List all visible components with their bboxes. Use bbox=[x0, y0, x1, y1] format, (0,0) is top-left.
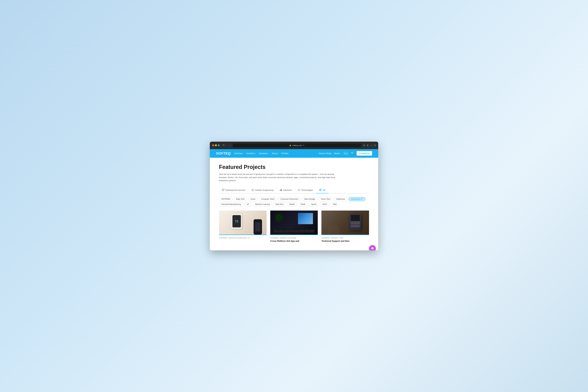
tag-iot[interactable]: IoT bbox=[244, 202, 252, 206]
primary-nav-links: Services ▾ Solutions ▾ Industries ▾ Abou… bbox=[234, 152, 318, 154]
project-card-info-3: embedded • hardware • retail Technical S… bbox=[322, 235, 369, 244]
lock-icon: 🔒 bbox=[289, 144, 292, 146]
site-navigation: SOFTEQ Services ▾ Solutions ▾ Industries… bbox=[210, 149, 378, 158]
svg-rect-8 bbox=[282, 189, 282, 191]
globe-icon bbox=[319, 189, 322, 192]
chevron-down-icon: ▾ bbox=[255, 153, 256, 154]
project-card-image-3 bbox=[322, 210, 369, 235]
svg-rect-4 bbox=[252, 189, 254, 190]
tag-ar-vr-mr[interactable]: AR/VR/MR bbox=[219, 197, 232, 201]
nav-media[interactable]: Media ▾ bbox=[334, 152, 340, 154]
contact-us-button[interactable]: Contact Us bbox=[357, 151, 372, 156]
project-card-3[interactable]: embedded • hardware • retail Technical S… bbox=[322, 210, 369, 244]
tech-icon bbox=[298, 189, 300, 192]
language-selector[interactable]: En ▾ bbox=[343, 152, 349, 155]
reload-button[interactable]: ↻ bbox=[303, 144, 304, 146]
browser-traffic-lights bbox=[212, 144, 220, 146]
browser-action-buttons: ⬇ ⬆ ＋ ⧉ bbox=[363, 144, 376, 147]
tab-industries[interactable]: Industries bbox=[276, 187, 295, 193]
address-bar[interactable]: 🔒 softeq.com ↻ bbox=[232, 144, 361, 147]
tag-computer-vision[interactable]: Computer Vision bbox=[259, 197, 277, 201]
tag-automotive-iot[interactable]: Automotive IoT bbox=[348, 197, 366, 201]
svg-rect-7 bbox=[281, 190, 281, 191]
tag-industrial-manufacturing[interactable]: Industrial Manufacturing bbox=[219, 202, 243, 206]
main-content: Featured Projects Here we try to break d… bbox=[210, 158, 378, 250]
tab-label: All bbox=[323, 189, 325, 191]
tab-label: Technologies bbox=[301, 189, 313, 191]
chevron-down-icon: ▾ bbox=[268, 153, 268, 154]
chat-bubble[interactable]: 💬 bbox=[369, 245, 376, 250]
card-tags-3: embedded • hardware • retail bbox=[322, 237, 369, 239]
new-tab-icon[interactable]: ＋ bbox=[370, 144, 372, 147]
svg-rect-6 bbox=[280, 190, 280, 191]
tag-machine-learning[interactable]: Machine Learning bbox=[253, 202, 272, 206]
card-title-2: Cross-Platform GUI App and bbox=[270, 240, 318, 242]
project-card-info-1: embedded • industrial manufacturing • io… bbox=[219, 235, 266, 242]
project-card-image-2 bbox=[270, 210, 318, 235]
svg-rect-9 bbox=[298, 189, 300, 191]
nav-solutions[interactable]: Solutions ▾ bbox=[246, 152, 256, 154]
tag-filter-pills: AR/VR/MR Baby Tech Cloud Computer Vision… bbox=[219, 197, 369, 206]
search-icon[interactable]: 🔍 bbox=[351, 152, 354, 155]
tab-solution-engineering[interactable]: Solution Engineering bbox=[248, 187, 276, 193]
project-card-image-1: 72 bbox=[219, 210, 266, 235]
card-tags-2: embedded • software & technology bbox=[270, 237, 318, 239]
chat-icon: 💬 bbox=[371, 247, 374, 250]
project-card-info-2: embedded • software & technology Cross-P… bbox=[270, 235, 318, 244]
maximize-button[interactable] bbox=[218, 144, 220, 146]
tag-green-tech[interactable]: Green Tech bbox=[318, 197, 332, 201]
tag-med-tech[interactable]: Med Tech bbox=[273, 202, 286, 206]
chevron-down-icon: ▾ bbox=[242, 153, 243, 154]
share-icon[interactable]: ⬆ bbox=[366, 144, 368, 147]
industry-icon bbox=[280, 189, 282, 192]
svg-rect-3 bbox=[222, 189, 223, 190]
url-text: softeq.com bbox=[292, 144, 302, 146]
tag-consumer-electronics[interactable]: Consumer Electronics bbox=[278, 197, 300, 201]
chevron-down-icon: ▾ bbox=[347, 152, 348, 154]
tab-development-services[interactable]: Development Services bbox=[219, 187, 248, 193]
tag-data-storage[interactable]: Data Storage bbox=[302, 197, 318, 201]
browser-nav-controls: ⊟ ‹ › bbox=[223, 144, 231, 147]
page-title: Featured Projects bbox=[219, 164, 369, 170]
site-logo[interactable]: SOFTEQ bbox=[216, 152, 230, 156]
browser-window: ⊟ ‹ › 🔒 softeq.com ↻ ⬇ ⬆ ＋ ⧉ SOFTEQ Serv… bbox=[210, 142, 378, 250]
tab-label: Development Services bbox=[226, 189, 246, 191]
card-tags-1: embedded • industrial manufacturing • io… bbox=[219, 237, 266, 239]
nav-about[interactable]: About ▾ bbox=[272, 152, 278, 154]
tag-web[interactable]: Web bbox=[330, 202, 339, 206]
tag-sports[interactable]: Sports bbox=[309, 202, 319, 206]
forward-button[interactable]: › bbox=[229, 144, 231, 147]
page-description: Here we try to break down the process of… bbox=[219, 173, 338, 182]
tag-baby-tech[interactable]: Baby Tech bbox=[234, 197, 247, 201]
nav-portfolio[interactable]: Portfolio bbox=[281, 152, 288, 154]
nav-services[interactable]: Services ▾ bbox=[234, 152, 243, 154]
back-button[interactable]: ‹ bbox=[226, 144, 228, 147]
card-title-3: Technical Support and New bbox=[322, 240, 369, 242]
minimize-button[interactable] bbox=[215, 144, 217, 146]
tab-all[interactable]: All bbox=[316, 187, 328, 194]
chevron-down-icon: ▾ bbox=[277, 153, 278, 154]
nav-venture-studio[interactable]: Venture Studio bbox=[318, 152, 332, 154]
download-icon[interactable]: ⬇ bbox=[363, 144, 365, 147]
tab-label: Solution Engineering bbox=[255, 189, 274, 191]
close-button[interactable] bbox=[212, 144, 214, 146]
monitor-icon bbox=[222, 189, 224, 192]
laptop-icon bbox=[252, 189, 254, 192]
tag-cloud[interactable]: Cloud bbox=[248, 197, 258, 201]
browser-chrome: ⊟ ‹ › 🔒 softeq.com ↻ ⬇ ⬆ ＋ ⧉ bbox=[210, 142, 378, 149]
tab-technologies[interactable]: Technologies bbox=[295, 187, 316, 193]
projects-grid: 72 embedded • industrial manufacturing •… bbox=[219, 210, 369, 244]
chevron-down-icon: ▾ bbox=[340, 153, 341, 154]
project-card-2[interactable]: embedded • software & technology Cross-P… bbox=[270, 210, 318, 244]
tab-label: Industries bbox=[283, 189, 292, 191]
project-card-1[interactable]: 72 embedded • industrial manufacturing •… bbox=[219, 210, 266, 244]
tag-healthcare[interactable]: Healthcare bbox=[334, 197, 347, 201]
tag-ui-ux[interactable]: UI/UX bbox=[320, 202, 329, 206]
tag-retail[interactable]: Retail bbox=[298, 202, 308, 206]
tabs-overview-icon[interactable]: ⧉ bbox=[374, 144, 376, 147]
secondary-nav-links: Venture Studio Media ▾ En ▾ 🔍 Contact Us bbox=[318, 151, 372, 156]
tag-mobile[interactable]: Mobile bbox=[287, 202, 297, 206]
filter-tabs: Development Services Solution Engineerin… bbox=[219, 187, 369, 194]
sidebar-toggle-icon[interactable]: ⊟ bbox=[223, 144, 224, 147]
nav-industries[interactable]: Industries ▾ bbox=[259, 152, 268, 154]
